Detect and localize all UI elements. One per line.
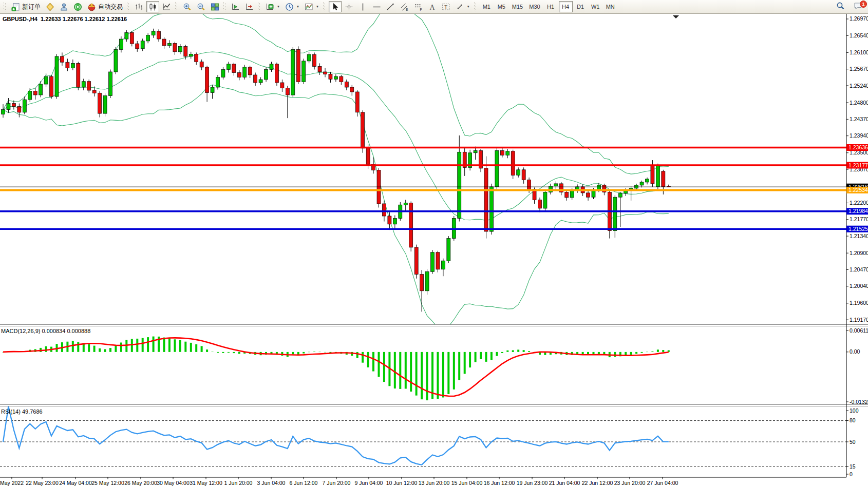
chevron-down-icon: ▼ [277, 5, 280, 8]
arrows-button[interactable]: ▼ [454, 1, 472, 12]
axis-tick-label: 1.25240 [850, 83, 868, 89]
chart-window-button[interactable] [44, 1, 56, 12]
time-tick-label: May 2022 [0, 480, 24, 486]
timeframe-mn-button[interactable]: MN [603, 1, 617, 12]
zoom-out-button[interactable] [195, 1, 207, 12]
templates-button[interactable]: ▼ [303, 1, 321, 12]
price-badge-label: 1.23636 [848, 144, 868, 150]
timeframe-h1-button[interactable]: H1 [544, 1, 558, 12]
candlestick-icon [148, 3, 157, 11]
line-chart-icon [162, 3, 171, 11]
vertical-line-button[interactable] [356, 1, 369, 12]
fibonacci-button[interactable]: F [412, 1, 425, 12]
toolbar: 新订单自动交易▼▼▼EFAT▼M1M5M15M30H1H4D1W1MN1 [0, 0, 868, 14]
trendline-button[interactable] [384, 1, 397, 12]
svg-text:T: T [444, 4, 447, 10]
price-badge-label: 1.21984 [848, 208, 868, 214]
svg-text:A: A [429, 3, 435, 11]
horizontal-line-button[interactable] [370, 1, 383, 12]
auto-scroll-button[interactable] [229, 1, 242, 12]
time-tick-label: 22 May 23:00 [26, 480, 59, 486]
axis-tick-label: 1.20470 [850, 266, 868, 272]
signals-button[interactable] [71, 1, 84, 12]
text-button[interactable]: A [426, 1, 439, 12]
time-tick-label: 10 Jun 12:00 [386, 480, 418, 486]
timeframe-h4-button[interactable]: H4 [559, 1, 573, 12]
auto-trading-label: 自动交易 [98, 3, 123, 11]
time-tick-label: 15 Jun 04:00 [451, 480, 483, 486]
price-badge-label: 1.22534 [848, 187, 868, 193]
timeframe-m15-label: M15 [512, 4, 523, 10]
tile-windows-button[interactable] [209, 1, 221, 12]
chat-button[interactable]: 1 [853, 2, 863, 12]
search-button[interactable] [835, 2, 845, 12]
crosshair-button[interactable] [343, 1, 355, 12]
axis-tick-label: 50 [850, 439, 856, 445]
timeframe-h4-label: H4 [562, 4, 569, 10]
new-order-button[interactable]: 新订单 [9, 1, 43, 12]
candlestick-chart-button[interactable] [146, 1, 159, 12]
axis-tick-label: 1.23940 [850, 132, 868, 139]
chart-shift-button[interactable] [243, 1, 256, 12]
timeframe-w1-label: W1 [591, 4, 600, 10]
time-tick-label: 22 Jun 12:00 [582, 480, 613, 486]
time-tick-label: 30 May 04:00 [157, 480, 190, 486]
timeframe-m30-button[interactable]: M30 [526, 1, 542, 12]
timeframe-d1-button[interactable]: D1 [574, 1, 588, 12]
chart-area[interactable]: 1.269701.265401.261001.256701.252401.248… [0, 14, 868, 487]
bar-chart-icon [135, 3, 143, 11]
time-tick-label: 21 Jun 04:00 [549, 480, 580, 486]
text-icon: A [428, 3, 437, 11]
axis-tick-label: 1.26100 [850, 49, 868, 55]
axis-tick-label: 15 [850, 463, 856, 470]
cursor-button[interactable] [329, 1, 342, 12]
timeframe-m5-button[interactable]: M5 [495, 1, 508, 12]
time-tick-label: 27 Jun 04:00 [647, 480, 678, 486]
axis-tick-label: 1.20040 [850, 283, 868, 289]
axis-tick-label: 1.19170 [850, 317, 868, 323]
gold-diamond-icon [46, 3, 54, 11]
timeframe-m15-button[interactable]: M15 [510, 1, 525, 12]
axis-tick-label: 1.21340 [850, 233, 868, 239]
auto-trading-button[interactable]: 自动交易 [85, 1, 125, 12]
templates-icon [305, 3, 313, 11]
axis-tick-label: 1.25670 [850, 66, 868, 72]
timeframe-d1-label: D1 [577, 4, 584, 10]
indicators-button[interactable]: ▼ [263, 1, 282, 12]
time-tick-label: 31 May 12:00 [190, 480, 222, 486]
timeframe-m1-button[interactable]: M1 [480, 1, 494, 12]
time-tick-label: 25 May 12:00 [91, 480, 124, 486]
bar-chart-button[interactable] [133, 1, 145, 12]
market-watch-button[interactable] [58, 1, 70, 12]
toolbar-group-grip [474, 2, 477, 11]
market-watch-icon [60, 3, 68, 11]
zoom-in-button[interactable] [181, 1, 194, 12]
time-tick-label: 7 Jun 20:00 [323, 480, 351, 486]
timeframe-h1-label: H1 [547, 4, 554, 10]
equidistant-channel-button[interactable]: E [398, 1, 411, 12]
periods-button[interactable]: ▼ [283, 1, 301, 12]
horizontal-line-icon [372, 3, 381, 11]
axis-tick-label: 80 [850, 417, 856, 423]
axis-tick-label: 1.20900 [850, 250, 868, 256]
zoom-in-icon [183, 3, 192, 11]
toolbar-group-grip [258, 2, 260, 11]
time-tick-label: 3 Jun 04:00 [257, 480, 286, 486]
chevron-down-icon: ▼ [467, 5, 470, 8]
toolbar-group-grip [223, 2, 226, 11]
toolbar-group-grip [175, 2, 178, 11]
price-badge-label: 1.23177 [848, 162, 868, 168]
toolbar-group-orders: 新订单自动交易 [9, 0, 125, 14]
chart-canvas[interactable]: 1.269701.265401.261001.256701.252401.248… [0, 14, 868, 487]
periods-icon [285, 3, 294, 11]
vertical-line-icon [358, 3, 367, 11]
axis-tick-label: -0.01324 [850, 399, 868, 405]
indicators-icon [266, 3, 274, 11]
time-tick-label: 1 Jun 20:00 [224, 480, 253, 486]
text-label-button[interactable]: T [440, 1, 452, 12]
line-chart-button[interactable] [160, 1, 173, 12]
new-order-label: 新订单 [22, 3, 41, 11]
timeframe-w1-button[interactable]: W1 [589, 1, 602, 12]
axis-tick-label: 1.26970 [850, 15, 868, 22]
toolbar-right-icons: 1 [835, 0, 863, 14]
